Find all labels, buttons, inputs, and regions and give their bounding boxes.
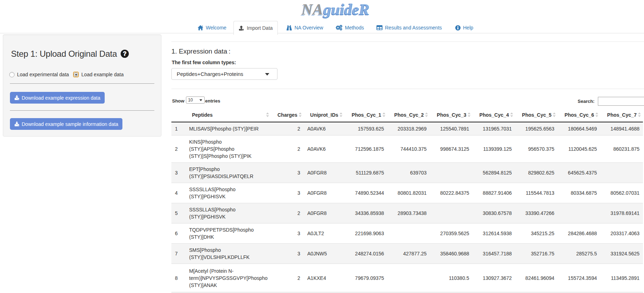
- svg-text:?: ?: [123, 50, 127, 57]
